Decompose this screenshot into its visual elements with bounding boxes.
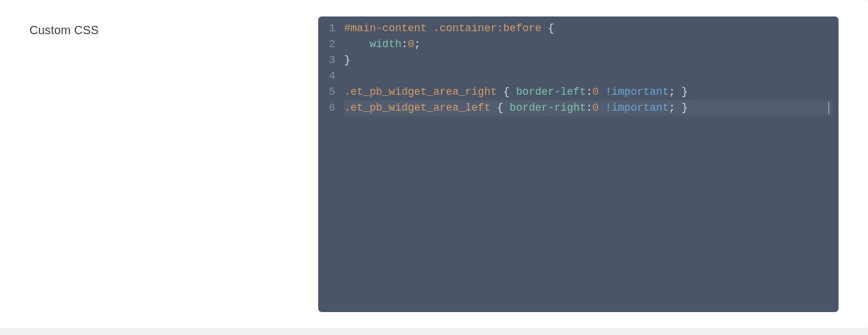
line-number: 5 xyxy=(318,84,335,100)
line-number-gutter: 123456 xyxy=(318,21,342,116)
custom-css-editor[interactable]: 123456 #main-content .container:before {… xyxy=(318,16,839,312)
line-number: 1 xyxy=(318,21,335,37)
code-area[interactable]: #main-content .container:before { width:… xyxy=(318,21,839,116)
line-number: 4 xyxy=(318,68,335,84)
line-number: 3 xyxy=(318,52,335,68)
field-label: Custom CSS xyxy=(29,16,318,312)
line-number: 6 xyxy=(318,100,335,116)
code-line[interactable]: width:0; xyxy=(344,37,833,52)
line-number: 2 xyxy=(318,37,335,52)
settings-row: Custom CSS 123456 #main-content .contain… xyxy=(0,0,868,329)
code-line[interactable]: .et_pb_widget_area_left { border-right:0… xyxy=(344,100,833,116)
settings-panel: Custom CSS 123456 #main-content .contain… xyxy=(0,0,868,329)
code-line[interactable]: .et_pb_widget_area_right { border-left:0… xyxy=(344,84,833,100)
code-line[interactable] xyxy=(344,68,833,84)
code-line[interactable]: } xyxy=(344,52,833,68)
code-line[interactable]: #main-content .container:before { xyxy=(344,21,833,37)
